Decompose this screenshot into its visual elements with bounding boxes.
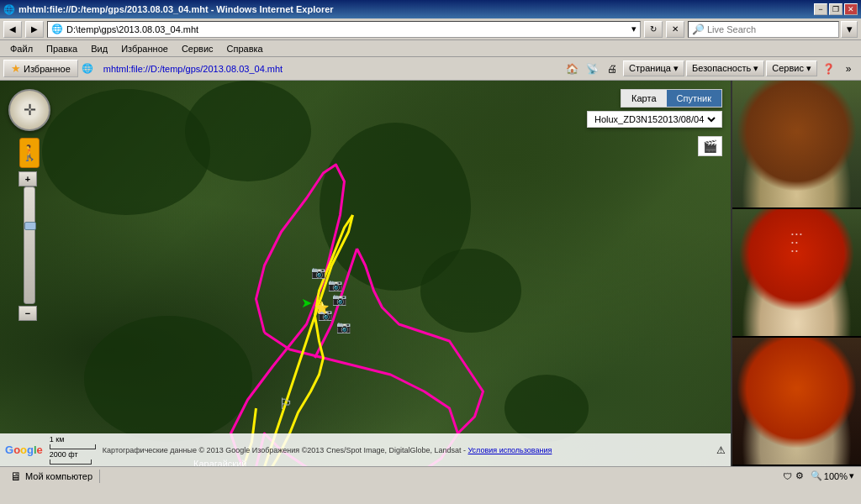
title-bar: 🌐 mhtml:file://D:/temp/gps/2013.08.03_04… [0,0,861,18]
scale-bar: 1 км 2000 фт [50,435,96,465]
camera-marker-3[interactable]: 📷 [332,292,346,306]
zoom-status: 🔍 100% ▾ [807,470,858,481]
settings-icon: ⚙ [795,470,804,481]
map-type-buttons: Карта Спутник [621,89,722,108]
status-computer: 🖥 Мой компьютер [3,470,100,483]
menu-bar: Файл Правка Вид Избранное Сервис Справка [0,40,861,57]
home-icon[interactable]: 🏠 [563,60,581,78]
ie-icon: 🌐 [3,4,15,15]
search-section: 🔎 ▾ [688,21,858,38]
help-icon[interactable]: ❓ [819,60,837,78]
forest-patch [504,375,589,442]
refresh-button[interactable]: ↻ [644,21,663,38]
forest-patch [42,89,210,215]
flag-marker-1[interactable]: 🏳 [279,396,294,413]
scale-km: 1 км [50,435,65,444]
ie-address-icon: 🌐 [51,24,63,34]
menu-edit[interactable]: Правка [40,42,84,55]
zoom-track [24,186,35,304]
title-bar-text: 🌐 mhtml:file://D:/temp/gps/2013.08.03_04… [3,4,334,15]
forest-patch [420,249,521,333]
street-view-icon[interactable]: 🚶 [19,138,40,168]
minimize-button[interactable]: − [814,3,827,15]
live-search-icon: 🔎 [692,24,705,35]
stop-button[interactable]: ✕ [666,21,684,38]
zoom-control: 🚶 + − [19,138,40,321]
photos-sidebar [731,81,861,466]
camera-marker-5[interactable]: 📷 [336,320,351,333]
favorites-label: Избранное [24,64,71,74]
menu-tools[interactable]: Сервис [175,42,220,55]
menu-help[interactable]: Справка [220,42,270,55]
compass-rose[interactable]: ✛ [8,89,50,131]
print-icon[interactable]: 🖨 [603,60,621,78]
track-dropdown[interactable]: Holux_ZD3N152013/08/04 [587,111,722,128]
zoom-slider[interactable] [24,222,36,230]
back-button[interactable]: ◀ [3,21,22,38]
bookmark-link[interactable]: mhtml:file://D:/temp/gps/2013.08.03_04.m… [97,62,289,76]
track-select[interactable]: Holux_ZD3N152013/08/04 [591,113,718,125]
camera-marker-2[interactable]: 📷 [328,278,342,291]
toolbar-icons-right: 🏠 📡 🖨 Страница ▾ Безопасность ▾ Сервис ▾… [563,60,858,78]
service-dropdown[interactable]: Сервис ▾ [766,60,817,76]
main-content: ✛ 🚶 + − Карта Спутник Holux_ZD3N152013/0… [0,81,861,466]
menu-file[interactable]: Файл [3,42,40,55]
address-dropdown-icon[interactable]: ▾ [631,24,637,34]
map-attribution: Google 1 км 2000 фт Картографические дан… [0,433,731,466]
restore-button[interactable]: ❐ [829,3,843,15]
window-title: mhtml:file://D:/temp/gps/2013.08.03_04.m… [18,4,334,14]
attribution-main: Картографические данные © 2013 Google Из… [103,446,466,454]
page-dropdown[interactable]: Страница ▾ [623,60,684,76]
favorites-button[interactable]: ★ Избранное [3,60,78,77]
conditions-link[interactable]: Условия использования [468,446,552,454]
rss-icon[interactable]: 📡 [583,60,601,78]
camera-icon-button[interactable]: 🎬 [698,136,722,156]
status-bar: 🖥 Мой компьютер 🛡 ⚙ 🔍 100% ▾ [0,466,861,485]
address-bar: 🌐 ▾ [47,21,641,38]
google-logo: Google [5,444,43,456]
photo-item-3[interactable] [732,338,861,466]
photo-item-1[interactable] [732,81,861,209]
star-icon: ★ [11,62,21,75]
title-bar-buttons: − ❐ ✕ [814,3,858,15]
status-icons-right: 🛡 ⚙ [783,470,804,481]
zoom-in-button[interactable]: + [18,171,37,186]
map-controls: ✛ 🚶 + − [8,89,50,321]
satellite-button[interactable]: Спутник [667,90,721,107]
forward-button[interactable]: ▶ [25,21,44,38]
shield-icon: 🛡 [783,471,792,481]
attribution-warning-icon: ⚠ [716,444,726,456]
photo-item-2[interactable] [732,209,861,338]
status-right: 🛡 ⚙ 🔍 100% ▾ [783,470,858,481]
star-marker[interactable]: ⭐ [314,301,329,314]
zoom-icon: 🔍 [811,470,822,481]
computer-label: Мой компьютер [25,471,92,481]
arrow-marker[interactable]: ➤ [301,295,312,311]
map-area[interactable]: ✛ 🚶 + − Карта Спутник Holux_ZD3N152013/0… [0,81,731,466]
attribution-text: Картографические данные © 2013 Google Из… [103,446,710,454]
zoom-dropdown-icon[interactable]: ▾ [849,470,854,481]
safety-dropdown[interactable]: Безопасность ▾ [686,60,764,76]
toolbar-row: ◀ ▶ 🌐 ▾ ↻ ✕ 🔎 ▾ [0,18,861,40]
scale-line-km [50,444,96,449]
camera-marker-1[interactable]: 📷 [311,265,325,279]
zoom-label: 100% [824,471,848,481]
forest-patch [185,81,311,181]
map-button[interactable]: Карта [621,90,666,107]
bookmarks-bar: ★ Избранное 🌐 mhtml:file://D:/temp/gps/2… [0,57,861,81]
toolbar-overflow[interactable]: » [839,60,858,78]
close-button[interactable]: ✕ [844,3,858,15]
zoom-out-button[interactable]: − [18,306,37,321]
address-input[interactable] [66,24,631,34]
search-button[interactable]: ▾ [841,21,858,38]
scale-line-ft [50,459,92,465]
search-input[interactable] [707,24,835,34]
ie-page-icon: 🌐 [82,63,93,74]
menu-favorites[interactable]: Избранное [114,42,175,55]
computer-icon: 🖥 [10,470,22,483]
forest-patch [84,316,252,442]
menu-view[interactable]: Вид [84,42,114,55]
search-box: 🔎 [688,21,839,38]
scale-ft: 2000 фт [50,450,78,459]
